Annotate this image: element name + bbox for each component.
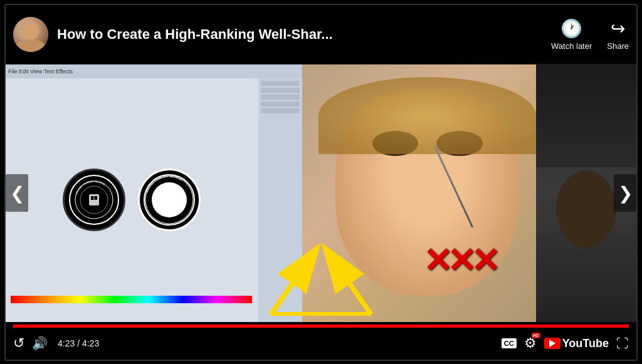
top-actions: 🕐 Watch later ↪ Share: [551, 18, 629, 51]
yellow-arrows: [214, 234, 428, 316]
share-icon: ↪: [611, 18, 625, 39]
badge-svg: ARIANG PRIMARY SCHOOL: [72, 178, 116, 222]
controls-row: ↺ 🔊 4:23 / 4:23 CC ⚙ HD YouTube ⛶: [13, 328, 629, 360]
youtube-play-triangle: [549, 340, 555, 347]
youtube-logo[interactable]: YouTube: [544, 337, 609, 350]
nav-arrow-left[interactable]: ❮: [6, 174, 28, 212]
bottom-controls: ↺ 🔊 4:23 / 4:23 CC ⚙ HD YouTube ⛶: [6, 322, 636, 360]
fullscreen-button[interactable]: ⛶: [616, 336, 629, 351]
badge-outline: ARIANG PRIMARY SCHOOL: [138, 169, 201, 231]
hair: [318, 77, 536, 154]
avatar: [13, 17, 48, 52]
watch-later-icon: 🕐: [560, 18, 582, 39]
badge-inner: ARIANG PRIMARY SCHOOL: [69, 175, 119, 225]
top-bar: How to Create a High-Ranking Well-Shar..…: [6, 5, 636, 65]
x-mark-3: ✕: [471, 244, 500, 278]
badge-filled: ARIANG PRIMARY SCHOOL: [63, 169, 125, 231]
watch-later-label: Watch later: [551, 41, 592, 51]
svg-text:ARIANG PRIMARY SCHOOL: ARIANG PRIMARY SCHOOL: [75, 180, 107, 195]
youtube-icon: [544, 338, 560, 349]
svg-point-7: [152, 182, 187, 217]
video-player: How to Create a High-Ranking Well-Shar..…: [4, 4, 638, 361]
sw-toolbar: File Edit View Text Effects: [6, 65, 302, 78]
volume-button[interactable]: 🔊: [32, 336, 48, 351]
svg-line-12: [324, 247, 371, 315]
cc-button[interactable]: CC: [502, 338, 517, 348]
replay-button[interactable]: ↺: [13, 335, 24, 351]
share-label: Share: [607, 41, 629, 51]
video-title: How to Create a High-Ranking Well-Shar..…: [57, 26, 539, 43]
video-content: File Edit View Text Effects: [6, 65, 636, 322]
x-marks-container: ✕ ✕ ✕: [423, 244, 500, 278]
svg-line-11: [271, 247, 318, 315]
video-area: ❮ File Edit View Text Effects: [6, 65, 636, 322]
settings-button[interactable]: ⚙ HD: [524, 335, 537, 351]
badge-outline-svg: ARIANG PRIMARY SCHOOL: [141, 172, 197, 228]
hd-label: HD: [532, 333, 540, 338]
progress-bar-fill: [13, 325, 629, 328]
youtube-text: YouTube: [562, 337, 609, 350]
time-display: 4:23 / 4:23: [58, 338, 99, 348]
nav-arrow-right[interactable]: ❯: [614, 174, 636, 212]
watch-later-button[interactable]: 🕐 Watch later: [551, 18, 592, 51]
share-button[interactable]: ↪ Share: [607, 18, 629, 51]
progress-bar[interactable]: [13, 325, 629, 328]
